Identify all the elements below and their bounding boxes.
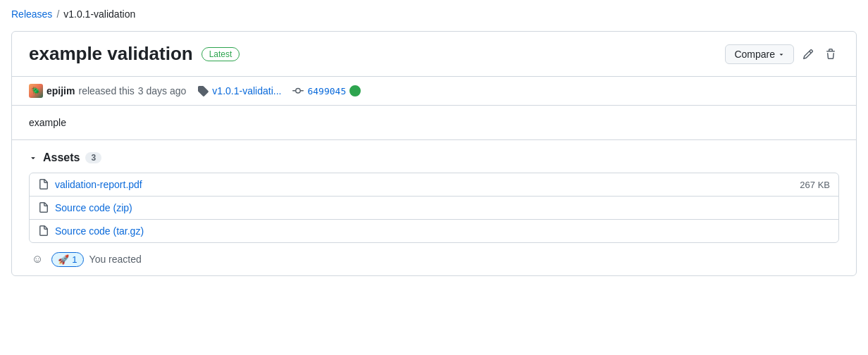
asset-pdf-link[interactable]: validation-report.pdf: [55, 179, 142, 190]
release-time: 3 days ago: [138, 85, 187, 96]
release-meta: 🪲 epijim released this 3 days ago v1.0.1…: [12, 77, 856, 106]
reactions-row: ☺ 🚀 1 You reacted: [12, 243, 856, 275]
targz-icon: [38, 225, 49, 237]
assets-list: validation-report.pdf 267 KB Source code…: [29, 173, 839, 243]
pdf-icon: [38, 179, 49, 190]
asset-row: validation-report.pdf 267 KB: [30, 173, 838, 197]
tag-icon: [197, 85, 209, 96]
asset-row: Source code (tar.gz): [30, 220, 838, 242]
release-description: example: [29, 117, 839, 128]
rocket-reaction-badge[interactable]: 🚀 1: [51, 252, 83, 267]
assets-header[interactable]: Assets 3: [29, 151, 839, 164]
release-title: example validation: [29, 43, 193, 65]
add-reaction-button[interactable]: ☺: [29, 251, 46, 267]
release-title-group: example validation Latest: [29, 43, 240, 65]
breadcrumb: Releases / v1.0.1-validation: [11, 8, 857, 20]
author-meta: 🪲 epijim released this 3 days ago: [29, 84, 186, 98]
latest-badge: Latest: [202, 47, 240, 61]
tag-link[interactable]: v1.0.1-validati...: [212, 85, 281, 96]
commit-icon: [292, 85, 304, 96]
check-circle-icon: [349, 85, 361, 96]
rocket-count: 1: [72, 254, 77, 265]
triangle-down-icon: [29, 154, 37, 162]
breadcrumb-separator: /: [56, 8, 59, 20]
release-card: example validation Latest Compare: [11, 31, 857, 276]
release-action-text: released this: [78, 85, 134, 96]
author-link[interactable]: epijim: [46, 85, 75, 96]
asset-name-group: validation-report.pdf: [38, 179, 142, 190]
asset-name-group: Source code (zip): [38, 202, 132, 213]
compare-label: Compare: [734, 49, 775, 60]
avatar: 🪲: [29, 84, 43, 98]
delete-button[interactable]: [822, 46, 839, 63]
assets-section: Assets 3 validation-report.pdf 267 KB: [12, 140, 856, 243]
chevron-down-icon: [778, 51, 785, 58]
breadcrumb-releases-link[interactable]: Releases: [11, 8, 52, 20]
release-header: example validation Latest Compare: [12, 32, 856, 77]
release-actions: Compare: [725, 44, 839, 64]
pencil-icon: [802, 49, 814, 60]
zip-icon: [38, 202, 49, 213]
asset-name-group: Source code (tar.gz): [38, 225, 144, 237]
asset-zip-link[interactable]: Source code (zip): [55, 202, 132, 213]
commit-meta: 6499045: [292, 85, 361, 96]
asset-targz-link[interactable]: Source code (tar.gz): [55, 225, 144, 237]
asset-row: Source code (zip): [30, 197, 838, 220]
tag-meta: v1.0.1-validati...: [197, 85, 281, 96]
release-body: example: [12, 106, 856, 140]
compare-button[interactable]: Compare: [725, 44, 794, 64]
you-reacted-text: You reacted: [89, 254, 142, 265]
asset-pdf-size: 267 KB: [800, 180, 830, 190]
edit-button[interactable]: [800, 46, 817, 63]
commit-link[interactable]: 6499045: [307, 86, 346, 96]
breadcrumb-current: v1.0.1-validation: [63, 8, 135, 20]
trash-icon: [825, 49, 836, 60]
assets-count: 3: [85, 152, 101, 163]
assets-label: Assets: [43, 151, 80, 164]
rocket-emoji: 🚀: [58, 254, 69, 265]
